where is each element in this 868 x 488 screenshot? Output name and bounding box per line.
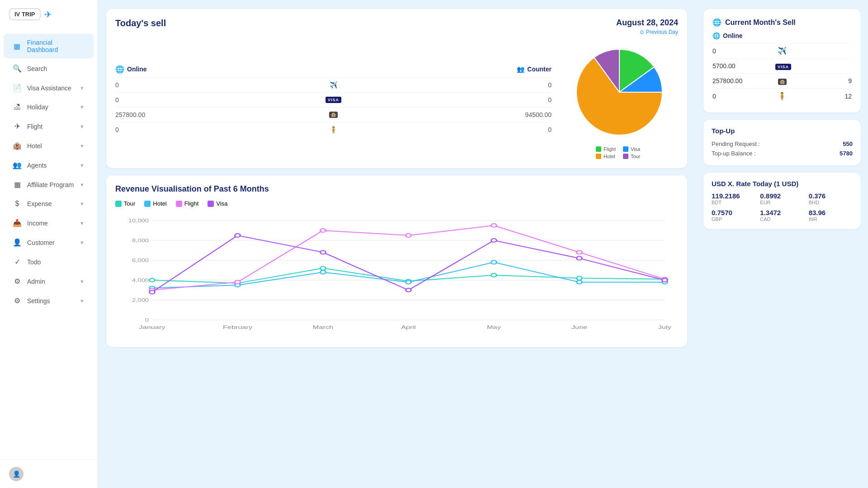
cm-value2: 9: [789, 77, 852, 84]
arrow-icon: ▼: [80, 279, 85, 284]
topup-pending-row: Pending Request : 550: [712, 139, 853, 149]
previous-day-button[interactable]: ⊙ Previous Day: [616, 29, 678, 35]
x-axis-label: May: [487, 324, 501, 330]
todays-sell-title: Today's sell: [115, 18, 166, 28]
sidebar-label-settings: Settings: [27, 297, 50, 305]
sell-online-val: 257800.00: [115, 111, 261, 118]
legend-dot: [623, 154, 628, 159]
y-axis-label: 6,000: [132, 258, 149, 263]
sidebar-item-holiday[interactable]: 🏖 Holiday ▼: [4, 98, 94, 116]
counter-icon: 👥: [517, 66, 524, 73]
exchange-rate-value: 0.8992: [760, 192, 804, 200]
sidebar-label-admin: Admin: [27, 278, 45, 285]
sidebar-label-holiday: Holiday: [27, 103, 48, 111]
chart-legend-item-tour: Tour: [115, 200, 135, 207]
sell-row-icon: 🧍: [261, 126, 406, 133]
sidebar-label-affiliate-program: Affiliate Program: [27, 181, 74, 188]
dot-visa-2: [321, 250, 326, 254]
sell-rows: 0 ✈️ 0 0 VISA 0 257800.00 🏨 94500.00 0 🧍…: [115, 77, 552, 137]
sidebar-item-expense[interactable]: $ Expense ▼: [4, 195, 94, 213]
clock-icon: ⊙: [640, 29, 644, 35]
sidebar-item-affiliate-program[interactable]: ▦ Affiliate Program ▼: [4, 175, 94, 194]
chart-legend-dot: [176, 201, 182, 207]
current-month-row: 0 ✈️: [712, 43, 852, 58]
sidebar-item-customer[interactable]: 👤 Customer ▼: [4, 233, 94, 252]
pending-label: Pending Request :: [712, 141, 760, 147]
counter-col-header: 👥 Counter: [406, 65, 552, 74]
y-axis-label: 2,000: [132, 298, 149, 303]
arrow-icon: ▼: [80, 143, 85, 149]
x-axis-label: April: [401, 324, 416, 330]
cm-value: 0: [712, 93, 775, 100]
sell-row: 0 🧍 0: [115, 122, 552, 137]
dot-flight-3: [406, 234, 411, 237]
sidebar-item-flight[interactable]: ✈ Flight ▼: [4, 117, 94, 136]
chart-container: 02,0004,0006,0008,00010,000JanuaryFebrua…: [115, 211, 678, 338]
plane-icon: ✈: [44, 9, 52, 20]
dot-tour-4: [491, 273, 496, 277]
main-content: Today's sell August 28, 2024 ⊙ Previous …: [97, 0, 696, 488]
pie-legend: Flight Visa Hotel Tour: [596, 146, 643, 159]
sidebar-item-search[interactable]: 🔍 Search: [4, 59, 94, 78]
cm-icon: VISA: [775, 62, 789, 70]
exchange-currency: BDT: [712, 200, 755, 205]
online-label: 🌐 Online: [712, 32, 852, 39]
dot-flight-2: [321, 229, 326, 232]
sidebar-item-todo[interactable]: ✓ Todo: [4, 253, 94, 271]
sidebar-navigation: ▦ Financial Dashboard 🔍 Search 📄 Visa As…: [0, 28, 97, 460]
legend-label: Visa: [631, 146, 640, 152]
sidebar-label-agents: Agents: [27, 162, 47, 169]
avatar: 👤: [9, 467, 24, 481]
dot-flight-1: [235, 280, 241, 284]
sidebar-item-settings[interactable]: ⚙ Settings ▼: [4, 291, 94, 310]
logo-area: IV TRIP ✈: [0, 0, 97, 28]
arrow-icon: ▼: [80, 104, 85, 110]
nav-icon-todo: ✓: [13, 258, 22, 266]
legend-item-tour: Tour: [623, 154, 643, 159]
sidebar-item-agents[interactable]: 👥 Agents ▼: [4, 156, 94, 174]
online-col-header: 🌐 Online: [115, 65, 261, 74]
balance-label: Top-up Balance :: [712, 150, 756, 157]
legend-label: Tour: [631, 154, 640, 159]
dot-visa-0: [150, 290, 155, 294]
sell-counter-val: 0: [406, 126, 552, 133]
legend-dot: [596, 146, 601, 152]
nav-icon-expense: $: [13, 200, 22, 208]
current-month-row: 5700.00 VISA: [712, 58, 852, 73]
exchange-rate-value: 0.7570: [712, 209, 755, 216]
cm-value: 257800.00: [712, 77, 775, 84]
pie-chart: [570, 42, 669, 142]
sidebar-item-visa-assistance[interactable]: 📄 Visa Assistance ▼: [4, 79, 94, 97]
topup-balance-row: Top-up Balance : 5780: [712, 149, 853, 158]
exchange-rate-gbp: 0.7570 GBP: [712, 209, 755, 222]
sidebar-label-hotel: Hotel: [27, 142, 42, 150]
sidebar-item-income[interactable]: 📥 Income ▼: [4, 214, 94, 232]
sidebar-label-flight: Flight: [27, 123, 42, 130]
dot-tour-0: [150, 278, 155, 282]
dot-flight-4: [491, 224, 496, 227]
nav-icon-agents: 👥: [13, 161, 22, 169]
sidebar: IV TRIP ✈ ▦ Financial Dashboard 🔍 Search…: [0, 0, 97, 488]
sidebar-item-hotel[interactable]: 🏨 Hotel ▼: [4, 136, 94, 155]
nav-icon-search: 🔍: [13, 64, 22, 73]
sell-online-val: 0: [115, 96, 261, 103]
exchange-currency: GBP: [712, 216, 755, 222]
legend-dot: [623, 146, 628, 152]
dot-visa-5: [576, 257, 582, 260]
x-axis-label: January: [139, 324, 165, 330]
sidebar-item-admin[interactable]: ⚙ Admin ▼: [4, 272, 94, 291]
exchange-rate-cad: 1.3472 CAD: [760, 209, 804, 222]
cm-value: 0: [712, 47, 775, 55]
cm-value: 5700.00: [712, 62, 775, 70]
sidebar-label-expense: Expense: [27, 200, 52, 207]
dot-hotel-3: [406, 280, 411, 284]
y-axis-label: 10,000: [128, 218, 149, 223]
sidebar-item-financial-dashboard[interactable]: ▦ Financial Dashboard: [4, 34, 94, 58]
x-axis-label: February: [223, 324, 252, 330]
chart-legend-item-hotel: Hotel: [144, 200, 166, 207]
nav-icon-visa-assistance: 📄: [13, 84, 22, 92]
chart-legend-label: Hotel: [153, 200, 166, 207]
logo-text: IV TRIP: [9, 8, 41, 20]
dot-tour-2: [321, 267, 326, 270]
exchange-rate-inr: 83.96 INR: [809, 209, 853, 222]
